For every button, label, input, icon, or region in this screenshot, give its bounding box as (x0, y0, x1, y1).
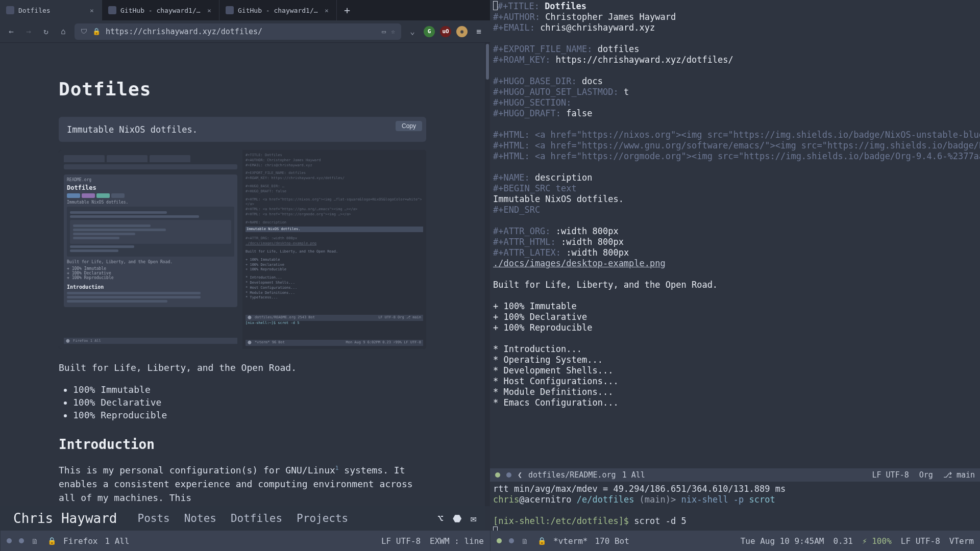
extension-2-icon[interactable]: uO (440, 26, 451, 37)
tab-dotfiles[interactable]: Dotfiles × (0, 0, 102, 20)
lock-icon[interactable]: 🔒 (92, 28, 101, 35)
shot-feat-r: + 100% Declarative (246, 263, 423, 268)
shot-outline: * Introduction... (246, 276, 423, 281)
browser-toolbar: ← → ↻ ⌂ 🛡 🔒 https://chrishayward.xyz/dot… (0, 20, 490, 43)
page-viewport: Dotfiles Immutable NixOS dotfiles. Copy (0, 43, 490, 531)
modified-icon (19, 538, 24, 543)
buffer-name: Firefox (63, 536, 97, 546)
chevron-left-icon: ❮ (518, 470, 522, 480)
shot-tab (107, 155, 148, 162)
term-cmd: nix-shell (676, 494, 728, 505)
shot-outline: * Module Definitions... (246, 291, 423, 296)
nav-posts[interactable]: Posts (138, 512, 170, 524)
shot-badge (111, 193, 125, 198)
tab-title: GitHub - chayward1/dotf (120, 7, 202, 14)
feature-item: 100% Declarative (73, 397, 426, 408)
tab-github-1[interactable]: GitHub - chayward1/dotf × (102, 0, 219, 20)
encoding: LF UTF-8 (381, 536, 421, 546)
term-user: chris (493, 494, 519, 505)
url-bar[interactable]: 🛡 🔒 https://chrishayward.xyz/dotfiles/ ▭… (75, 23, 401, 40)
intro-text-1: This is my personal configuration(s) for… (59, 465, 335, 475)
hamburger-menu-icon[interactable]: ≡ (473, 26, 485, 38)
buffer-position: 1 All (105, 536, 129, 546)
shot-outline: * Development Shells... (246, 281, 423, 286)
term-ps2: [nix-shell:/etc/dotfiles]$ (493, 516, 629, 526)
feature-item: 100% Reproducible (73, 410, 426, 420)
reload-button[interactable]: ↻ (40, 26, 52, 38)
description-codeblock: Immutable NixOS dotfiles. Copy (59, 117, 426, 142)
shot-addressbar (64, 164, 237, 169)
shield-icon[interactable]: 🛡 (81, 28, 87, 35)
extension-1-icon[interactable]: G (424, 26, 435, 37)
term-path: /e/dotfiles (572, 494, 634, 505)
close-icon[interactable]: × (88, 7, 95, 14)
battery-pct: 100% (872, 536, 892, 546)
site-footer: Chris Hayward Posts Notes Dotfiles Proje… (0, 506, 490, 531)
tab-title: GitHub - chayward1/dotf (238, 7, 319, 14)
buffer-position: 170 Bot (595, 536, 629, 546)
pocket-icon[interactable]: ⌄ (406, 26, 419, 38)
gitlab-icon[interactable]: ⬣ (453, 512, 461, 524)
favicon-icon (108, 6, 116, 14)
shot-built-right: Built for Life, Liberty, and the Open Ro… (246, 249, 423, 255)
shot-feat: + 100% Reproducible (67, 276, 234, 280)
modified-icon (506, 472, 511, 478)
nav-dotfiles[interactable]: Dotfiles (231, 512, 282, 524)
encoding: LF UTF-8 (901, 536, 940, 546)
forward-button[interactable]: → (22, 26, 35, 38)
emacs-pane: #+TITLE: Dotfiles #+AUTHOR: Christopher … (490, 0, 980, 531)
clock: Tue Aug 10 9:45AM (741, 536, 824, 546)
shot-outline: * Host Configurations... (246, 286, 423, 291)
buffer-name: *vterm* (553, 536, 587, 546)
vterm-buffer[interactable]: rtt min/avg/max/mdev = 49.294/186.651/36… (490, 482, 980, 531)
footer-nav: Posts Notes Dotfiles Projects (138, 512, 349, 524)
battery-icon: ⚡ (862, 536, 867, 546)
shot-intro-heading: Introduction (67, 284, 234, 290)
nav-projects[interactable]: Projects (297, 512, 348, 524)
extension-3-icon[interactable]: ◉ (456, 26, 468, 37)
close-icon[interactable]: × (206, 7, 213, 14)
feature-list: 100% Immutable 100% Declarative 100% Rep… (59, 384, 426, 420)
shot-feat-r: + 100% Reproducible (246, 267, 423, 272)
branch-icon: ⎇ (943, 470, 952, 480)
reader-mode-icon[interactable]: ▭ (382, 28, 386, 35)
shot-feat: + 100% Immutable (67, 266, 234, 271)
right-modeline: 🔒 *vterm* 170 Bot Tue Aug 10 9:45AM 0.31… (490, 531, 980, 551)
exwm-modeline-row: 🔒 Firefox 1 All LF UTF-8 EXWM : line 🔒 *… (0, 531, 980, 551)
page-title: Dotfiles (59, 79, 426, 99)
shot-readme-label: README.org (67, 178, 234, 182)
modified-icon (509, 538, 514, 543)
org-buffer[interactable]: #+TITLE: Dotfiles #+AUTHOR: Christopher … (490, 0, 980, 468)
tab-github-2[interactable]: GitHub - chayward1/dotf × (219, 0, 337, 20)
back-button[interactable]: ← (5, 26, 17, 38)
mail-icon[interactable]: ✉ (471, 512, 477, 524)
scrollbar[interactable] (485, 43, 490, 531)
lock-icon: 🔒 (47, 537, 56, 545)
github-icon[interactable]: ⌥ (437, 512, 444, 524)
nav-notes[interactable]: Notes (184, 512, 216, 524)
close-icon[interactable]: × (323, 7, 330, 14)
favicon-icon (6, 6, 14, 14)
shot-feat: + 100% Declarative (67, 271, 234, 276)
desktop-screenshot: README.org Dotfiles Immutable NixOS dotf… (59, 150, 426, 349)
battery: ⚡ 100% (862, 536, 892, 546)
shot-tab (64, 155, 105, 162)
cursor-icon (493, 527, 498, 531)
encoding: LF UTF-8 (872, 470, 909, 480)
firefox-pane: Dotfiles × GitHub - chayward1/dotf × Git… (0, 0, 490, 531)
site-brand[interactable]: Chris Hayward (13, 511, 117, 526)
lock-icon: 🔒 (537, 537, 546, 545)
home-button[interactable]: ⌂ (57, 26, 69, 38)
git-branch: ⎇ main (943, 470, 975, 480)
scrollbar-thumb[interactable] (486, 44, 489, 80)
copy-button[interactable]: Copy (396, 121, 422, 131)
shot-badge (96, 193, 110, 198)
evil-state-icon (7, 538, 12, 543)
shot-feat-r: + 100% Immutable (246, 258, 423, 263)
bookmark-icon[interactable]: ☆ (391, 28, 395, 35)
major-mode: VTerm (949, 536, 974, 546)
load-avg: 0.31 (833, 536, 853, 546)
term-flag: -p (728, 494, 744, 505)
new-tab-button[interactable]: + (337, 0, 357, 20)
url-text: https://chrishayward.xyz/dotfiles/ (106, 27, 377, 36)
